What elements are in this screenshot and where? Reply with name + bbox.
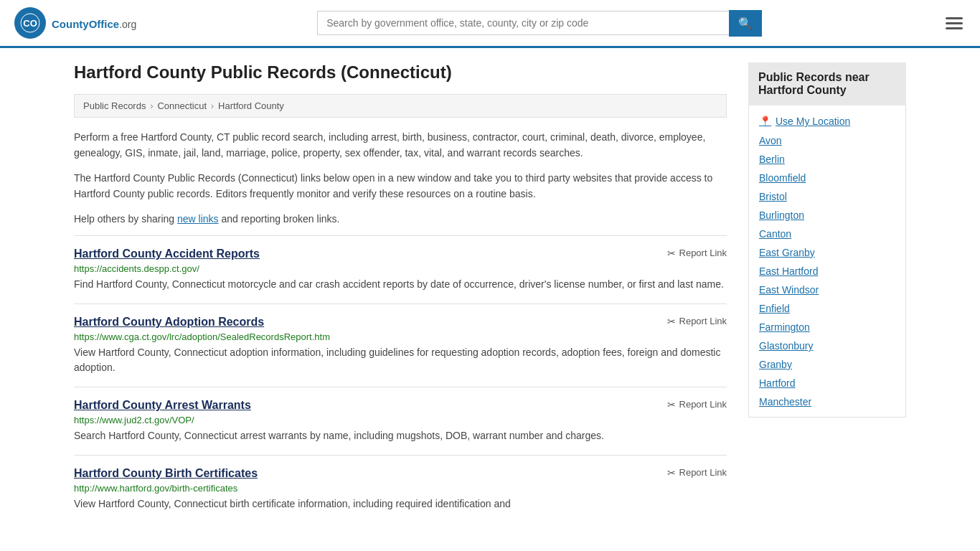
record-title[interactable]: Hartford County Birth Certificates (74, 467, 258, 480)
menu-button[interactable] (943, 14, 966, 32)
record-description: View Hartford County, Connecticut birth … (74, 496, 727, 512)
report-link-label: Report Link (679, 316, 727, 326)
sidebar-city-link[interactable]: Burlington (749, 206, 905, 225)
record-item: Hartford County Arrest Warrants ✂ Report… (74, 387, 727, 455)
search-icon: 🔍 (738, 17, 753, 29)
record-description: Search Hartford County, Connecticut arre… (74, 428, 727, 443)
sidebar-city-link[interactable]: Bristol (749, 187, 905, 206)
description-1: Perform a free Hartford County, CT publi… (74, 129, 727, 161)
logo-icon: CO (14, 7, 46, 39)
record-header: Hartford County Accident Reports ✂ Repor… (74, 248, 727, 260)
sidebar-city-link[interactable]: Granby (749, 355, 905, 374)
sidebar-title: Public Records near Hartford County (748, 62, 906, 105)
record-item: Hartford County Adoption Records ✂ Repor… (74, 303, 727, 387)
description-3: Help others by sharing new links and rep… (74, 211, 727, 227)
report-link-label: Report Link (679, 467, 727, 478)
sidebar-links-list: AvonBerlinBloomfieldBristolBurlingtonCan… (749, 131, 905, 411)
report-link-button[interactable]: ✂ Report Link (667, 399, 727, 410)
sidebar-city-link[interactable]: Hartford (749, 374, 905, 392)
logo[interactable]: CO CountyOffice.org (14, 7, 136, 39)
sidebar-city-link[interactable]: Enfield (749, 299, 905, 318)
record-url[interactable]: http://www.hartford.gov/birth-certificat… (74, 483, 727, 494)
sidebar-content: 📍 Use My Location AvonBerlinBloomfieldBr… (748, 105, 906, 418)
sidebar-city-link[interactable]: East Hartford (749, 262, 905, 281)
report-icon: ✂ (667, 399, 676, 410)
search-button[interactable]: 🔍 (729, 10, 762, 37)
record-item: Hartford County Birth Certificates ✂ Rep… (74, 455, 727, 523)
record-url[interactable]: https://www.cga.ct.gov/lrc/adoption/Seal… (74, 331, 727, 342)
record-header: Hartford County Adoption Records ✂ Repor… (74, 316, 727, 329)
record-url[interactable]: https://accidents.despp.ct.gov/ (74, 263, 727, 274)
report-icon: ✂ (667, 467, 676, 479)
record-title[interactable]: Hartford County Arrest Warrants (74, 399, 251, 412)
record-url[interactable]: https://www.jud2.ct.gov/VOP/ (74, 415, 727, 425)
report-icon: ✂ (667, 248, 676, 259)
record-title[interactable]: Hartford County Accident Reports (74, 248, 260, 260)
record-header: Hartford County Birth Certificates ✂ Rep… (74, 467, 727, 480)
record-header: Hartford County Arrest Warrants ✂ Report… (74, 399, 727, 412)
breadcrumb-link-connecticut[interactable]: Connecticut (157, 100, 207, 111)
record-description: Find Hartford County, Connecticut motorc… (74, 277, 727, 292)
description-2: The Hartford County Public Records (Conn… (74, 170, 727, 202)
menu-icon-bar (946, 22, 963, 24)
sidebar-city-link[interactable]: Avon (749, 131, 905, 150)
content-area: Hartford County Public Records (Connecti… (74, 62, 727, 523)
page-title: Hartford County Public Records (Connecti… (74, 62, 727, 83)
record-description: View Hartford County, Connecticut adopti… (74, 345, 727, 375)
sidebar-city-link[interactable]: Canton (749, 225, 905, 243)
report-link-button[interactable]: ✂ Report Link (667, 316, 727, 327)
report-icon: ✂ (667, 316, 676, 327)
menu-icon-bar (946, 17, 963, 19)
breadcrumb-sep: › (211, 101, 214, 111)
records-list: Hartford County Accident Reports ✂ Repor… (74, 235, 727, 523)
sidebar-city-link[interactable]: Berlin (749, 150, 905, 169)
search-area: 🔍 (317, 10, 762, 37)
menu-icon-bar (946, 27, 963, 29)
logo-text: CountyOffice.org (52, 15, 136, 32)
report-link-button[interactable]: ✂ Report Link (667, 467, 727, 479)
breadcrumb-link-hartford-county[interactable]: Hartford County (218, 100, 284, 111)
breadcrumb: Public Records › Connecticut › Hartford … (74, 94, 727, 118)
record-item: Hartford County Accident Reports ✂ Repor… (74, 235, 727, 303)
site-header: CO CountyOffice.org 🔍 (0, 0, 980, 48)
sidebar-city-link[interactable]: Farmington (749, 318, 905, 336)
sidebar-city-link[interactable]: East Windsor (749, 281, 905, 299)
use-my-location-button[interactable]: 📍 Use My Location (749, 111, 905, 131)
report-link-label: Report Link (679, 399, 727, 410)
report-link-label: Report Link (679, 248, 727, 258)
svg-text:CO: CO (23, 18, 37, 29)
breadcrumb-link-public-records[interactable]: Public Records (83, 100, 146, 111)
sidebar: Public Records near Hartford County 📍 Us… (748, 62, 906, 523)
record-title[interactable]: Hartford County Adoption Records (74, 316, 264, 329)
new-links-link[interactable]: new links (177, 213, 219, 225)
main-container: Hartford County Public Records (Connecti… (60, 48, 920, 537)
report-link-button[interactable]: ✂ Report Link (667, 248, 727, 259)
sidebar-city-link[interactable]: Glastonbury (749, 336, 905, 355)
search-input[interactable] (317, 11, 729, 35)
sidebar-city-link[interactable]: Manchester (749, 392, 905, 411)
breadcrumb-sep: › (150, 101, 153, 111)
location-icon: 📍 (759, 116, 771, 127)
sidebar-city-link[interactable]: Bloomfield (749, 169, 905, 187)
sidebar-city-link[interactable]: East Granby (749, 243, 905, 262)
